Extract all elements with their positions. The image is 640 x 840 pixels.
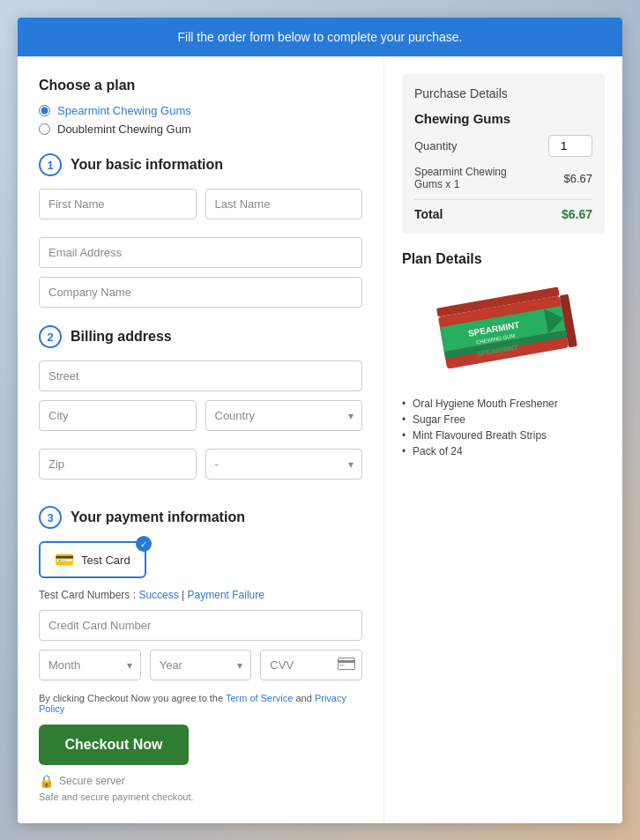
state-select-wrapper: -: [205, 449, 363, 479]
main-container: Fill the order form below to complete yo…: [18, 18, 622, 823]
svg-rect-0: [339, 658, 355, 669]
test-card-prefix: Test Card Numbers :: [39, 589, 138, 601]
secure-info: 🔒 Secure server: [39, 774, 362, 788]
step1-header: 1 Your basic information: [39, 153, 362, 176]
zip-input[interactable]: [39, 449, 197, 479]
first-name-input[interactable]: [39, 189, 197, 219]
selected-check-badge: ✓: [136, 536, 152, 552]
country-select-wrapper: Country: [205, 400, 363, 431]
plan-features-list: Oral Hygiene Mouth Freshener Sugar Free …: [402, 398, 605, 457]
terms-prefix: By clicking Checkout Now you agree to th…: [39, 693, 226, 703]
first-name-field: [39, 189, 197, 219]
terms-text: By clicking Checkout Now you agree to th…: [39, 693, 362, 714]
top-banner: Fill the order form below to complete yo…: [18, 18, 622, 56]
month-select[interactable]: Month 010203 040506 070809 101112: [39, 650, 141, 680]
step3-circle: 3: [39, 506, 62, 529]
plan-radio-spearmint[interactable]: [39, 105, 50, 116]
step1-section: 1 Your basic information: [39, 153, 362, 308]
payment-method-card[interactable]: 💳 Test Card ✓: [39, 541, 146, 578]
total-row: Total $6.67: [414, 207, 592, 221]
purchase-details-box: Purchase Details Chewing Gums Quantity S…: [402, 74, 605, 234]
purchase-details-title: Purchase Details: [414, 86, 592, 100]
year-select-wrapper: Year 202420252026 202720282029: [150, 650, 252, 680]
street-field: [39, 361, 362, 391]
plan-details-title: Plan Details: [402, 251, 605, 267]
checkout-button[interactable]: Checkout Now: [39, 725, 189, 765]
zip-state-row: -: [39, 449, 362, 488]
plan-details-section: Plan Details: [402, 251, 605, 457]
step2-section: 2 Billing address Country: [39, 325, 362, 488]
cc-number-input[interactable]: [39, 610, 362, 641]
street-input[interactable]: [39, 361, 362, 391]
company-input[interactable]: [39, 277, 362, 308]
terms-middle: and: [295, 693, 314, 703]
item-description: Spearmint ChewingGums x 1: [414, 166, 507, 190]
last-name-input[interactable]: [205, 189, 363, 219]
content-area: Choose a plan Spearmint Chewing Gums Dou…: [18, 56, 622, 823]
purchase-divider: [414, 199, 592, 200]
feature-4: Pack of 24: [402, 445, 605, 457]
city-country-row: Country: [39, 400, 362, 440]
right-panel: Purchase Details Chewing Gums Quantity S…: [384, 56, 622, 479]
terms-link-service[interactable]: Term of Service: [226, 693, 293, 703]
step1-label: Your basic information: [71, 157, 223, 173]
cvv-card-icon: [338, 658, 355, 673]
lock-icon: 🔒: [39, 774, 54, 788]
country-select[interactable]: Country: [205, 400, 363, 431]
state-select[interactable]: -: [205, 449, 363, 479]
month-select-wrapper: Month 010203 040506 070809 101112: [39, 650, 141, 680]
email-field: [39, 237, 362, 268]
quantity-row: Quantity: [414, 135, 592, 157]
quantity-input[interactable]: [548, 135, 592, 157]
feature-1: Oral Hygiene Mouth Freshener: [402, 398, 605, 410]
company-field: [39, 277, 362, 308]
test-card-failure-link[interactable]: Payment Failure: [188, 589, 264, 601]
quantity-label: Quantity: [414, 139, 457, 152]
city-field: [39, 400, 197, 431]
last-name-field: [205, 189, 363, 219]
year-select[interactable]: Year 202420252026 202720282029: [150, 650, 252, 680]
step2-circle: 2: [39, 325, 62, 348]
step3-section: 3 Your payment information 💳 Test Card ✓…: [39, 506, 362, 680]
cc-number-field: [39, 610, 362, 641]
gum-image-container: SPEARMINT CHEWING GUM SPEARMINT: [402, 279, 605, 385]
gum-product-image: SPEARMINT CHEWING GUM SPEARMINT: [424, 279, 583, 385]
choose-plan-title: Choose a plan: [39, 78, 362, 93]
step3-label: Your payment information: [71, 509, 245, 525]
total-price: $6.67: [562, 207, 592, 221]
total-label: Total: [414, 207, 443, 221]
feature-2: Sugar Free: [402, 413, 605, 426]
product-name: Chewing Gums: [414, 111, 592, 126]
expiry-cvv-row: Month 010203 040506 070809 101112 Year 2…: [39, 650, 362, 680]
plan-label-spearmint: Spearmint Chewing Gums: [57, 104, 191, 117]
test-card-success-link[interactable]: Success: [138, 589, 178, 601]
item-price: $6.67: [563, 172, 592, 185]
banner-text: Fill the order form below to complete yo…: [178, 30, 463, 44]
feature-3: Mint Flavoured Breath Strips: [402, 429, 605, 442]
card-method-label: Test Card: [81, 554, 130, 567]
step1-circle: 1: [39, 153, 62, 176]
state-field: -: [205, 449, 363, 479]
name-row: [39, 189, 362, 228]
step3-header: 3 Your payment information: [39, 506, 362, 529]
secure-label: Secure server: [59, 775, 125, 787]
zip-field: [39, 449, 197, 479]
secure-sub: Safe and secure payment checkout.: [39, 792, 362, 802]
test-card-info: Test Card Numbers : Success | Payment Fa…: [39, 589, 362, 601]
svg-rect-2: [339, 665, 345, 666]
step2-header: 2 Billing address: [39, 325, 362, 348]
svg-rect-1: [338, 660, 355, 663]
credit-card-icon: 💳: [55, 550, 74, 569]
country-field: Country: [205, 400, 363, 431]
city-input[interactable]: [39, 400, 197, 431]
plan-option-spearmint[interactable]: Spearmint Chewing Gums: [39, 104, 362, 117]
plan-option-doublemint[interactable]: Doublemint Chewing Gum: [39, 123, 362, 136]
email-input[interactable]: [39, 237, 362, 268]
step2-label: Billing address: [71, 329, 172, 345]
plan-radio-doublemint[interactable]: [39, 123, 50, 135]
plan-label-doublemint: Doublemint Chewing Gum: [57, 123, 191, 136]
cvv-wrapper: [260, 650, 362, 680]
left-panel: Choose a plan Spearmint Chewing Gums Dou…: [18, 56, 384, 823]
item-row: Spearmint ChewingGums x 1 $6.67: [414, 166, 592, 190]
